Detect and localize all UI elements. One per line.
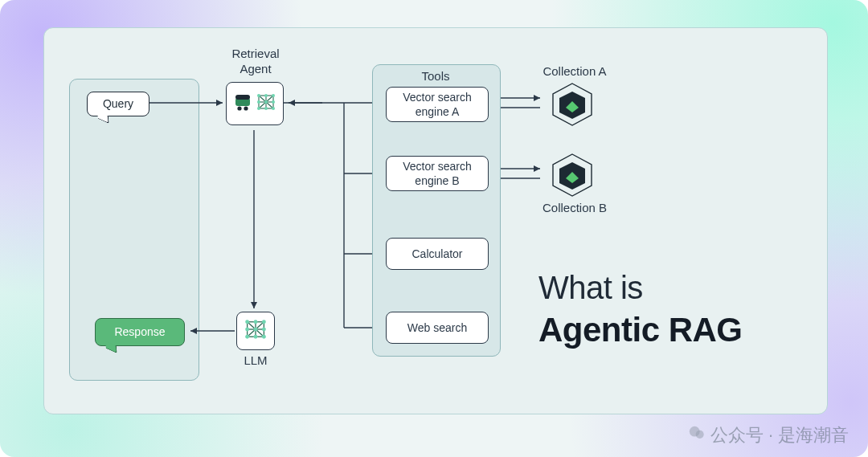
svg-point-51 bbox=[254, 328, 258, 332]
svg-point-52 bbox=[262, 328, 266, 332]
title-block: What is Agentic RAG bbox=[538, 270, 743, 349]
svg-point-32 bbox=[264, 100, 268, 104]
svg-point-29 bbox=[264, 94, 268, 97]
watermark-name: 是海潮音 bbox=[778, 423, 849, 447]
diagram-canvas: Query Response Retrieval Agent bbox=[0, 0, 868, 457]
query-label: Query bbox=[103, 97, 133, 110]
svg-point-61 bbox=[696, 430, 704, 439]
network-icon bbox=[244, 317, 268, 345]
watermark: 公众号 · 是海潮音 bbox=[688, 423, 849, 447]
retrieval-agent-label: Retrieval Agent bbox=[222, 47, 289, 77]
svg-point-17 bbox=[244, 106, 248, 110]
title-line-1: What is bbox=[538, 270, 743, 306]
wechat-icon bbox=[688, 424, 706, 447]
svg-point-30 bbox=[272, 94, 275, 97]
llm-node bbox=[236, 312, 275, 350]
tool-web-search: Web search bbox=[386, 312, 489, 344]
collection-a-icon bbox=[548, 80, 596, 129]
svg-point-54 bbox=[254, 335, 258, 339]
watermark-label: 公众号 bbox=[710, 423, 764, 447]
svg-point-33 bbox=[272, 100, 275, 104]
svg-point-35 bbox=[264, 107, 268, 110]
svg-point-49 bbox=[262, 320, 266, 324]
tool-vector-search-a: Vector search engine A bbox=[386, 87, 489, 122]
svg-point-50 bbox=[245, 328, 249, 332]
svg-point-47 bbox=[245, 320, 249, 324]
title-line-2: Agentic RAG bbox=[538, 311, 743, 349]
svg-point-28 bbox=[257, 94, 260, 97]
tool-calculator: Calculator bbox=[386, 238, 489, 270]
collection-b-icon bbox=[548, 151, 596, 199]
svg-rect-15 bbox=[235, 95, 250, 100]
svg-point-36 bbox=[272, 107, 275, 110]
response-bubble: Response bbox=[95, 318, 185, 346]
watermark-dot: · bbox=[768, 425, 773, 446]
response-label: Response bbox=[114, 325, 165, 338]
svg-point-53 bbox=[245, 335, 249, 339]
llm-label: LLM bbox=[243, 353, 268, 367]
svg-point-31 bbox=[257, 100, 260, 104]
svg-point-16 bbox=[237, 106, 241, 110]
retrieval-agent-node bbox=[226, 82, 284, 125]
tools-header-label: Tools bbox=[411, 69, 460, 83]
tool-vector-search-b: Vector search engine B bbox=[386, 156, 489, 191]
network-icon bbox=[256, 92, 276, 116]
query-bubble: Query bbox=[87, 92, 149, 116]
collection-a-label: Collection A bbox=[530, 64, 619, 78]
collection-b-label: Collection B bbox=[530, 201, 619, 214]
svg-point-34 bbox=[257, 107, 260, 110]
svg-point-48 bbox=[254, 320, 258, 324]
svg-point-55 bbox=[262, 335, 266, 339]
robot-icon bbox=[233, 93, 252, 114]
